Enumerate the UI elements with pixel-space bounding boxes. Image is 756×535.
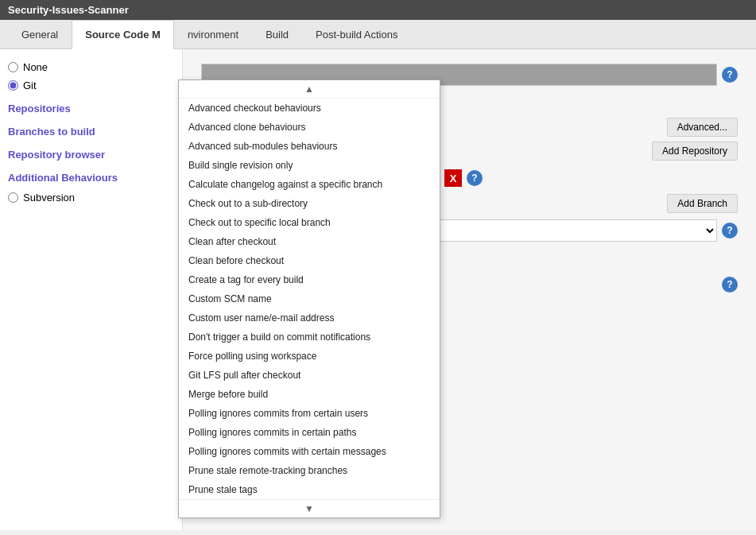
tab-build[interactable]: Build <box>252 20 302 48</box>
menu-item-16[interactable]: Polling ignores commits from certain use… <box>179 404 440 423</box>
menu-item-9[interactable]: Create a tag for every build <box>179 270 440 289</box>
main-content: None Git Repositories Branches to build … <box>0 49 756 530</box>
menu-item-1[interactable]: Advanced clone behaviours <box>179 118 440 137</box>
menu-item-8[interactable]: Clean before checkout <box>179 251 440 270</box>
tab-environment[interactable]: nvironment <box>174 20 252 48</box>
window-title: Security-Issues-Scanner <box>8 4 129 16</box>
none-radio[interactable] <box>8 62 18 72</box>
git-radio-item[interactable]: Git <box>8 79 174 91</box>
add-branch-btn[interactable]: Add Branch <box>667 194 738 213</box>
menu-item-14[interactable]: Git LFS pull after checkout <box>179 366 440 385</box>
tab-bar: General Source Code M nvironment Build P… <box>0 20 756 49</box>
tab-general[interactable]: General <box>8 20 72 48</box>
browser-section-label: Repository browser <box>8 149 174 161</box>
menu-item-12[interactable]: Don't trigger a build on commit notifica… <box>179 328 440 347</box>
behaviours-dropdown-overlay: ▲ Advanced checkout behaviours Advanced … <box>178 79 440 518</box>
scroll-up-btn[interactable]: ▲ <box>179 80 440 99</box>
repositories-section-label: Repositories <box>8 103 174 114</box>
tab-post-build[interactable]: Post-build Actions <box>302 20 411 48</box>
menu-item-0[interactable]: Advanced checkout behaviours <box>179 99 440 118</box>
subversion-row: Subversion <box>8 192 174 204</box>
menu-item-2[interactable]: Advanced sub-modules behaviours <box>179 137 440 156</box>
scroll-down-btn[interactable]: ▼ <box>179 499 440 518</box>
menu-item-7[interactable]: Clean after checkout <box>179 232 440 251</box>
menu-item-11[interactable]: Custom user name/e-mail address <box>179 308 440 328</box>
menu-item-20[interactable]: Prune stale tags <box>179 480 440 499</box>
advanced-btn[interactable]: Advanced... <box>667 118 738 137</box>
add-repository-btn[interactable]: Add Repository <box>652 142 738 161</box>
git-radio[interactable] <box>8 80 18 91</box>
menu-item-10[interactable]: Custom SCM name <box>179 289 440 308</box>
git-label: Git <box>23 79 37 91</box>
subversion-label: Subversion <box>23 192 75 204</box>
menu-item-13[interactable]: Force polling using workspace <box>179 347 440 366</box>
remove-branch-btn[interactable]: X <box>444 169 462 187</box>
none-radio-item[interactable]: None <box>8 61 174 73</box>
behaviours-section-label: Additional Behaviours <box>8 172 174 184</box>
subversion-radio[interactable] <box>8 192 18 203</box>
menu-item-3[interactable]: Build single revision only <box>179 156 440 175</box>
none-label: None <box>23 61 48 73</box>
tab-source-code[interactable]: Source Code M <box>72 20 174 49</box>
menu-item-6[interactable]: Check out to specific local branch <box>179 213 440 232</box>
branch-help-icon[interactable]: ? <box>467 170 483 186</box>
title-bar: Security-Issues-Scanner <box>0 0 756 20</box>
sidebar: None Git Repositories Branches to build … <box>0 49 183 530</box>
menu-item-5[interactable]: Check out to a sub-directory <box>179 194 440 213</box>
menu-item-15[interactable]: Merge before build <box>179 385 440 404</box>
branches-section-label: Branches to build <box>8 126 174 138</box>
repo-url-help-icon[interactable]: ? <box>722 67 738 83</box>
browser-help-icon[interactable]: ? <box>722 223 738 238</box>
menu-item-4[interactable]: Calculate changelog against a specific b… <box>179 175 440 194</box>
subversion-help-icon[interactable]: ? <box>722 277 738 293</box>
menu-item-18[interactable]: Polling ignores commits with certain mes… <box>179 442 440 461</box>
menu-item-17[interactable]: Polling ignores commits in certain paths <box>179 423 440 442</box>
menu-item-19[interactable]: Prune stale remote-tracking branches <box>179 461 440 480</box>
